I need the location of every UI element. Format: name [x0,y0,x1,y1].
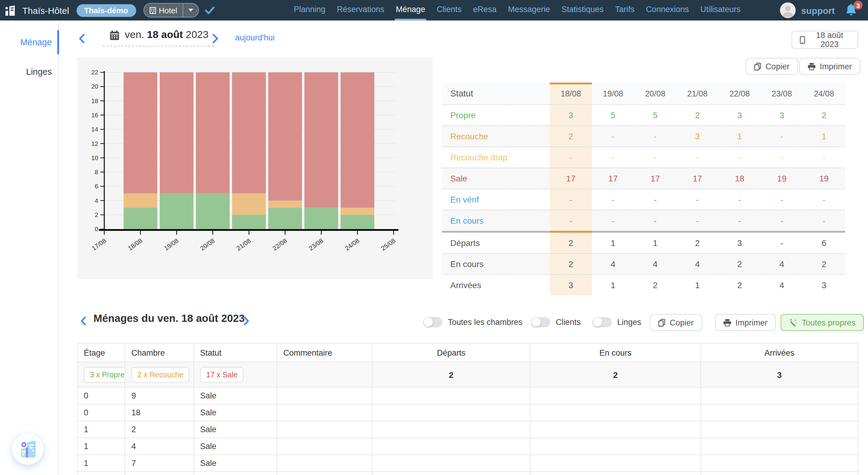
print-menages-button[interactable]: Imprimer [715,314,776,331]
menages-summary-en-cours: 2 [530,362,701,387]
nav-link-eresa[interactable]: eResa [472,0,498,21]
status-cell: - [718,153,761,162]
menages-room-row[interactable]: 09Sale [78,388,858,405]
date-prev-button[interactable] [79,34,85,46]
status-cell: 1 [803,131,845,141]
date-picker[interactable]: ven. 18 août 2023 [102,29,215,47]
brand-logo-icon [5,5,18,15]
status-cell: 1 [634,238,676,248]
bar-segment-sale-19-08 [160,72,193,193]
user-box[interactable]: support 3 [780,2,858,18]
room-en-cours [530,405,701,421]
status-cell: - [592,216,634,225]
nav-link-messagerie[interactable]: Messagerie [507,0,552,21]
avatar[interactable] [780,2,796,18]
status-count-badge[interactable]: 2 x Recouche [131,367,190,382]
nav-link-reservations[interactable]: Réservations [336,0,386,21]
svg-text:23/08: 23/08 [307,237,324,252]
summary-value: 3 [777,370,782,379]
status-table-header-statut: Statut [442,89,550,98]
menages-room-row[interactable]: 17Sale [78,455,858,472]
status-cell: 2 [634,280,676,290]
bar-segment-propre-18-08 [124,208,157,229]
status-table-header-date: 19/08 [592,89,634,98]
hotel-selector-caret[interactable] [183,4,198,17]
help-widget-button[interactable] [12,434,43,465]
nav-link-connexions[interactable]: Connexions [645,0,690,21]
nav-link-tarifs[interactable]: Tarifs [614,0,636,21]
today-link[interactable]: aujourd'hui [235,33,275,42]
status-table-row-en-cours: En cours------- [442,210,845,231]
top-navbar: Thaïs-Hôtel Thaïs-démo Hotel Plan [0,0,868,21]
status-table-row-recouche-drap: Recouche drap------- [442,147,845,167]
room-arrivees [701,472,858,475]
status-cell: - [761,195,803,204]
status-count-badge[interactable]: 17 x Sale [200,367,244,382]
menages-room-row[interactable]: 12Sale [78,421,858,438]
hotel-selector-button[interactable]: Hotel [143,3,199,18]
summary-value: 2 [613,370,618,379]
room-chambre: 18 [125,405,194,421]
menages-summary-departs: 2 [373,362,530,387]
current-date-label: ven. 18 août 2023 [125,29,209,41]
status-cell: 2 [803,110,845,120]
status-cell: 2 [550,126,592,147]
print-status-table-button[interactable]: Imprimer [799,58,861,75]
menages-next-button[interactable] [244,316,250,328]
copy-status-table-button[interactable]: Copier [746,58,798,75]
date-next-button[interactable] [212,34,219,46]
hotel-selector-main[interactable]: Hotel [144,4,183,17]
menages-header-commentaire: Commentaire [277,344,373,362]
room-statut[interactable]: Sale [194,388,277,404]
room-statut[interactable]: Sale [194,438,277,454]
menages-header-etage: Étage [78,344,125,362]
notifications-button[interactable]: 3 [845,3,858,18]
bar-segment-propre-19-08 [160,193,193,229]
nav-link-statistiques[interactable]: Statistiques [560,0,605,21]
nav-link-clients[interactable]: Clients [435,0,463,21]
room-statut[interactable]: Sale [194,421,277,438]
menages-room-row[interactable]: 018Sale [78,405,858,421]
menages-room-row[interactable]: 14Sale [78,438,858,455]
status-table-row-sale: Sale17171717181919 [442,167,845,189]
sidebar-item-menage[interactable]: Ménage [0,30,59,54]
toggle-toutes-les-chambres[interactable] [423,317,442,327]
user-name[interactable]: support [801,5,835,15]
status-table-header-date: 24/08 [803,89,845,98]
status-row-label: Recouche drap [442,153,550,162]
printer-icon [808,62,815,70]
status-row-label: Sale [442,173,550,183]
nav-link-utilisateurs[interactable]: Utilisateurs [699,0,742,21]
room-commentaire [277,438,373,454]
room-statut[interactable]: Sale [194,455,277,471]
room-etage: 1 [78,438,125,454]
svg-text:19/08: 19/08 [163,237,180,252]
room-statut[interactable]: Sale [194,405,277,421]
status-cell: 2 [550,233,592,253]
status-cell: 1 [676,280,718,290]
toggle-linges[interactable] [592,317,612,327]
toggle-clients[interactable] [531,317,550,327]
copy-menages-button[interactable]: Copier [650,314,702,331]
status-cell: - [550,147,592,167]
demo-badge: Thaïs-démo [76,4,136,17]
status-cell: - [803,195,845,204]
menages-prev-button[interactable] [80,316,86,328]
menages-room-row[interactable]: 111Sale(1/1 nuit(s)) [78,472,858,475]
status-cell: 17 [634,173,676,183]
nav-link-planning[interactable]: Planning [293,0,327,21]
status-cell: 17 [550,168,592,189]
all-clean-button[interactable]: Toutes propres [781,314,864,331]
status-summary-table: Statut18/0819/0820/0821/0822/0823/0824/0… [442,83,845,295]
nav-link-menage[interactable]: Ménage [395,0,427,21]
status-cell: - [550,189,592,210]
status-cell: 2 [550,254,592,274]
room-etage: 1 [78,455,125,471]
room-statut[interactable]: Sale [194,472,277,475]
room-departs [373,388,530,404]
room-departs [373,405,530,421]
status-count-badge[interactable]: 3 x Propre [84,367,125,382]
room-commentaire [277,388,373,404]
sidebar-item-linges[interactable]: Linges [0,60,59,84]
mobile-date-button[interactable]: 18 août 2023 [792,31,858,49]
